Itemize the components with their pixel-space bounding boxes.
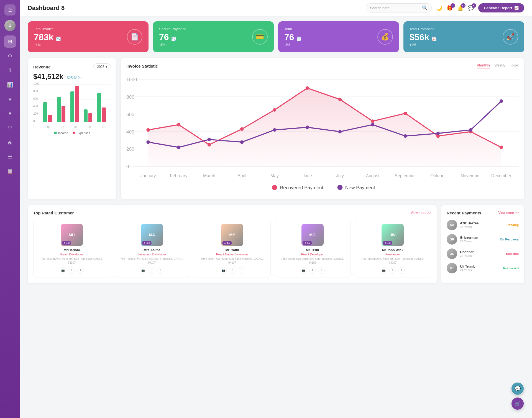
facebook-icon[interactable]: f xyxy=(68,267,75,274)
expense-dot xyxy=(73,132,75,134)
svg-text:March: March xyxy=(203,173,215,178)
generate-report-button[interactable]: Generate Report 📈 xyxy=(478,3,524,12)
customer-address: 795 Folsom Ave, Suite 600 San Francisco,… xyxy=(197,257,268,265)
sidebar-item-info[interactable]: ℹ xyxy=(4,64,16,76)
twitter-icon[interactable]: t xyxy=(318,267,325,274)
sidebar-item-analytics[interactable]: 📊 xyxy=(4,79,16,91)
sidebar-item-wishlist[interactable]: ♥ xyxy=(4,107,16,120)
income-bar xyxy=(70,91,74,122)
payment-age: 24 Years xyxy=(460,225,504,229)
bar-x-label: 08 xyxy=(70,125,82,129)
facebook-icon[interactable]: f xyxy=(229,267,236,274)
customer-avatar: MY ★ 4.2 xyxy=(221,224,243,246)
sidebar-item-print[interactable]: 🖨 xyxy=(4,136,16,148)
customer-avatar: JW ★ 4.2 xyxy=(382,224,404,246)
sidebar-item-favorites[interactable]: ★ xyxy=(4,93,16,105)
payment-info: Griezerman 24 Years xyxy=(460,236,497,243)
tab-monthly[interactable]: Monthly xyxy=(477,63,490,68)
revenue-header: Revenue 2023 ▾ xyxy=(33,63,111,70)
search-input[interactable] xyxy=(370,6,420,10)
svg-point-28 xyxy=(240,140,244,144)
year-select[interactable]: 2023 ▾ xyxy=(93,63,111,70)
svg-text:0: 0 xyxy=(126,164,129,169)
rating-badge: ★ 4.2 xyxy=(62,241,71,245)
customers-header: Top Rated Customer View more >> xyxy=(33,211,431,215)
stat-card-total-invoice: Total invoice 783k 📉 +4% 📄 xyxy=(28,21,149,52)
search-icon: 🔍 xyxy=(422,5,428,11)
svg-point-20 xyxy=(371,119,375,123)
svg-marker-12 xyxy=(148,88,501,166)
customer-socials: 📷 f t xyxy=(277,267,348,274)
customer-card: MO ★ 4.2 Mr. Osib React Developer 795 Fo… xyxy=(274,220,351,278)
sidebar: 🗂 U ⊞ ⚙ ℹ 📊 ★ ♥ ♡ 🖨 ☰ 📋 xyxy=(0,0,20,418)
content-area: Total invoice 783k 📉 +4% 📄 Secure Paymen… xyxy=(20,16,532,418)
twitter-icon[interactable]: t xyxy=(77,267,84,274)
customers-title: Top Rated Customer xyxy=(33,211,74,215)
customers-view-more[interactable]: View more >> xyxy=(411,211,431,215)
svg-text:September: September xyxy=(395,173,416,178)
sidebar-item-settings[interactable]: ⚙ xyxy=(4,50,16,62)
instagram-icon[interactable]: 📷 xyxy=(140,267,146,274)
cart-fab[interactable]: 🛒 xyxy=(511,398,524,410)
facebook-icon[interactable]: f xyxy=(149,267,155,274)
svg-text:June: June xyxy=(303,173,312,178)
income-legend: Income xyxy=(54,131,68,135)
payment-avatar: GR xyxy=(447,234,457,245)
sidebar-item-likes[interactable]: ♡ xyxy=(4,122,16,134)
search-box[interactable]: 🔍 xyxy=(366,3,432,12)
instagram-icon[interactable]: 📷 xyxy=(220,267,227,274)
svg-text:1000: 1000 xyxy=(126,77,137,82)
svg-point-49 xyxy=(272,185,277,190)
bell-button[interactable]: 🔔 12 xyxy=(457,5,463,11)
payments-view-more[interactable]: View more >> xyxy=(498,211,519,215)
svg-point-34 xyxy=(436,132,440,135)
sidebar-avatar[interactable]: U xyxy=(4,20,16,31)
facebook-icon[interactable]: f xyxy=(309,267,316,274)
instagram-icon[interactable]: 📷 xyxy=(60,267,66,274)
income-label: Income xyxy=(58,131,68,135)
twitter-icon[interactable]: t xyxy=(238,267,244,274)
income-bar xyxy=(97,93,101,122)
customer-name: Mr.Hariom xyxy=(36,248,107,252)
theme-toggle-button[interactable]: 🌙 xyxy=(436,5,442,11)
twitter-icon[interactable]: t xyxy=(157,267,164,274)
chat-button[interactable]: 💬 5 xyxy=(468,5,474,11)
customer-address: 795 Folsom Ave, Suite 600 San Francisco,… xyxy=(357,257,428,265)
twitter-icon[interactable]: t xyxy=(398,267,405,274)
svg-text:November: November xyxy=(461,173,481,178)
bar-group xyxy=(43,102,55,122)
chart-legend: Income Expenses xyxy=(33,131,111,135)
promo-icon: 🚀 xyxy=(506,33,515,41)
stat-value: 76 📉 xyxy=(159,32,186,42)
revenue-compare: $25,612k xyxy=(67,76,82,80)
customer-role: React Native Developer xyxy=(197,253,268,256)
sidebar-item-docs[interactable]: 📋 xyxy=(4,165,16,177)
payment-status: Pending xyxy=(507,223,519,227)
gifts-badge: 2 xyxy=(451,3,455,8)
svg-point-18 xyxy=(306,86,309,90)
sidebar-item-menu[interactable]: ☰ xyxy=(4,151,16,163)
bar-group xyxy=(70,86,82,122)
instagram-icon[interactable]: 📷 xyxy=(380,267,387,274)
tab-weekly[interactable]: Weekly xyxy=(495,63,505,68)
sidebar-item-dashboard[interactable]: ⊞ xyxy=(4,35,16,48)
tab-today[interactable]: Today xyxy=(510,63,519,68)
customer-avatar: MH ★ 4.2 xyxy=(61,224,83,246)
payment-name: Uli Trumb xyxy=(460,265,500,268)
gifts-button[interactable]: 🎁 2 xyxy=(447,5,453,11)
payment-status: Recovered xyxy=(503,266,519,270)
facebook-icon[interactable]: f xyxy=(389,267,396,274)
instagram-icon[interactable]: 📷 xyxy=(300,267,307,274)
sidebar-logo[interactable]: 🗂 xyxy=(4,4,16,16)
payment-info: Uli Trumb 24 Years xyxy=(460,265,500,272)
support-fab[interactable]: 💬 xyxy=(511,383,524,395)
svg-point-17 xyxy=(273,108,277,112)
payment-age: 24 Years xyxy=(460,268,500,272)
stat-change: -4% xyxy=(284,43,301,47)
svg-point-26 xyxy=(177,146,181,149)
top-rated-customers-card: Top Rated Customer View more >> MH ★ 4.2… xyxy=(28,205,437,283)
customer-address: 795 Folsom Ave, Suite 600 San Francisco,… xyxy=(36,257,107,265)
chat-badge: 5 xyxy=(472,3,476,8)
invoice-statistic-card: Invoice Statistic Monthly Weekly Today xyxy=(121,58,524,199)
bar-group xyxy=(97,93,109,122)
